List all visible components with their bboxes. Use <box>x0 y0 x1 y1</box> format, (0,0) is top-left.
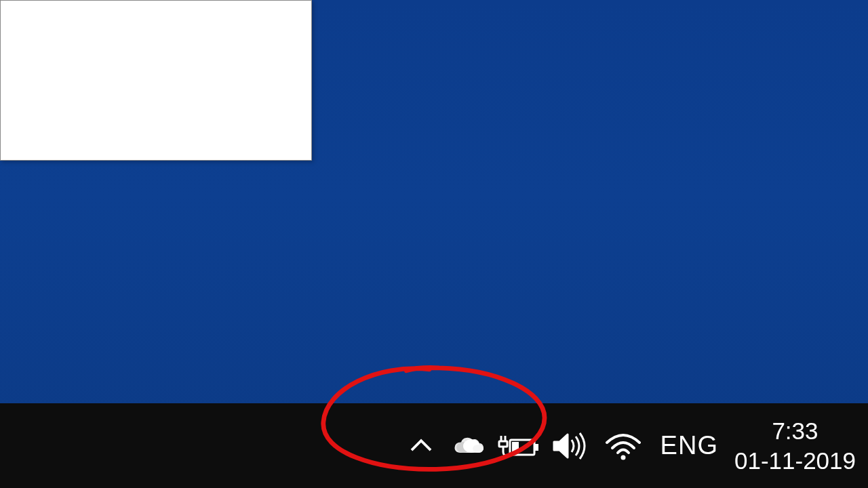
chevron-up-icon <box>408 433 434 459</box>
svg-rect-8 <box>535 444 538 451</box>
svg-point-2 <box>473 445 484 453</box>
svg-point-10 <box>620 455 625 460</box>
system-tray: ENG 7:33 01-11-2019 <box>397 403 868 488</box>
svg-rect-9 <box>512 442 519 453</box>
wifi-icon <box>604 430 642 462</box>
language-indicator[interactable]: ENG <box>650 431 729 460</box>
app-window[interactable] <box>0 0 312 161</box>
onedrive-cloud-icon <box>451 434 486 458</box>
clock-time: 7:33 <box>734 416 856 446</box>
volume-tray-icon[interactable] <box>545 403 597 488</box>
wifi-tray-icon[interactable] <box>597 403 650 488</box>
battery-charging-icon <box>498 432 540 460</box>
battery-tray-icon[interactable] <box>492 403 545 488</box>
taskbar: ENG 7:33 01-11-2019 <box>0 403 868 488</box>
clock-date-button[interactable]: 7:33 01-11-2019 <box>729 416 868 476</box>
svg-rect-5 <box>499 441 507 447</box>
show-hidden-icons-button[interactable] <box>397 403 445 488</box>
onedrive-tray-icon[interactable] <box>445 403 492 488</box>
clock-date: 01-11-2019 <box>734 446 856 476</box>
volume-icon <box>551 430 591 462</box>
